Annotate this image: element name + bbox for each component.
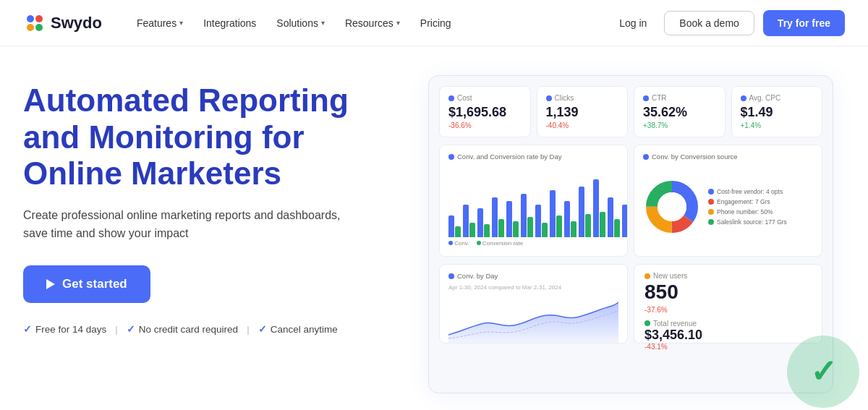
metric-change: -40.4% [546,121,619,129]
bar-blue [477,208,483,237]
bar-group [492,197,504,237]
donut-legend-item: Phone number: 50% [708,208,787,215]
hero-left: Automated Reporting and Monitoring for O… [23,75,399,335]
legend-dot [708,189,714,195]
bar-blue [550,190,556,237]
revenue-icon [644,320,650,326]
metric-value: $1.49 [741,105,814,120]
new-users-change: -37.6% [644,306,812,314]
nav-integrations[interactable]: Integrations [195,12,265,35]
hero-title: Automated Reporting and Monitoring for O… [23,82,399,192]
try-for-free-button[interactable]: Try for free [763,10,845,36]
bar-green [513,221,519,237]
bar-chart-card: Conv. and Conversion rate by Day [439,145,628,257]
revenue-value: $3,456.10 [644,328,812,343]
check-icon: ✓ [258,323,267,335]
bar-group [506,201,519,237]
bar-group [579,187,591,237]
donut-legend-item: Engagement: 7 Grs [708,198,787,205]
login-button[interactable]: Log in [610,12,655,35]
metric-label: Clicks [546,94,619,102]
check-icon: ✓ [127,323,135,335]
chart-icon [643,154,649,160]
stats-card: New users 850 -37.6% Total revenue $3,45… [634,264,822,343]
metric-card: Clicks 1,139 -40.4% [537,86,629,137]
trust-row: ✓ Free for 14 days | ✓ No credit card re… [23,323,399,335]
bar-group [463,205,475,237]
charts-row: Conv. and Conversion rate by Day [439,145,822,257]
bar-blue [448,215,454,237]
metric-change: -36.6% [448,121,522,129]
chevron-down-icon: ▾ [179,19,183,27]
legend-dot [708,209,714,215]
bar-chart [448,165,618,237]
book-demo-button[interactable]: Book a demo [664,11,754,35]
get-started-button[interactable]: Get started [23,265,150,303]
bar-green [484,224,490,237]
chart-icon [448,273,454,279]
legend-label: Saleslink source: 177 Grs [717,218,787,226]
bar-group [448,215,461,237]
legend-dot [708,199,714,205]
metrics-row: Cost $1,695.68 -36.6% Clicks 1,139 -40.4… [439,86,822,137]
nav-resources[interactable]: Resources ▾ [336,12,409,35]
nav-pricing[interactable]: Pricing [412,12,460,35]
chevron-down-icon: ▾ [396,19,400,27]
bar-green [527,217,533,237]
metric-label: CTR [643,94,716,102]
svg-point-1 [35,15,43,22]
nav-actions: Log in Book a demo Try for free [610,10,845,36]
donut-legend: Cost-free vendor: 4 opts Engagement: 7 G… [708,188,787,226]
metric-card: Avg. CPC $1.49 +1.4% [731,86,823,137]
new-users-value: 850 [644,281,812,304]
hero-section: Automated Reporting and Monitoring for O… [0,46,868,410]
bar-green [498,219,504,237]
area-chart-subtitle: Apr 1-30, 2024 compared to Mar 2-31, 202… [448,284,618,291]
chart-icon [448,154,454,160]
metric-label: Cost [448,94,522,102]
new-users-label: New users [644,272,812,280]
legend-label: Cost-free vendor: 4 opts [717,188,783,195]
svg-point-0 [27,15,34,22]
donut-legend-item: Cost-free vendor: 4 opts [708,188,787,195]
bar-group [564,201,576,237]
bar-blue [579,187,584,237]
bar-group [521,194,533,237]
svg-point-3 [35,24,43,31]
donut-chart-title: Conv. by Conversion source [643,153,813,161]
bar-group [593,179,605,237]
bar-blue [492,197,498,237]
metric-change: +38.7% [643,121,716,129]
donut-container: Cost-free vendor: 4 opts Engagement: 7 G… [643,165,813,248]
bar-chart-title: Conv. and Conversion rate by Day [448,153,618,161]
bar-blue [564,201,570,237]
donut-legend-item: Saleslink source: 177 Grs [708,218,787,226]
nav-solutions[interactable]: Solutions ▾ [268,12,333,35]
bar-green [614,219,620,237]
metric-change: +1.4% [741,121,814,129]
trust-item-2: ✓ No credit card required [127,323,238,335]
bar-green [571,221,576,237]
trust-item-3: ✓ Cancel anytime [258,323,338,335]
svg-point-2 [27,24,34,31]
chevron-down-icon: ▾ [321,19,325,27]
revenue-change: -43.1% [644,343,812,351]
revenue-label: Total revenue [644,320,812,328]
green-check-overlay: ✓ [787,336,859,408]
separator: | [247,324,250,335]
nav-features[interactable]: Features ▾ [128,12,192,35]
metric-card: CTR 35.62% +38.7% [634,86,726,137]
logo-icon [23,12,46,35]
area-svg [448,295,618,343]
metric-icon [546,95,552,101]
bar-blue [593,179,599,237]
legend-dot [708,219,714,225]
bar-green [600,212,605,237]
logo[interactable]: Swydo [23,12,102,35]
bar-legend: Conv. Conversion rate [448,240,618,247]
trust-item-1: ✓ Free for 14 days [23,323,106,335]
legend-label: Phone number: 50% [717,208,773,215]
bar-group [535,205,548,237]
metric-icon [643,95,649,101]
stat-icon [644,273,650,279]
